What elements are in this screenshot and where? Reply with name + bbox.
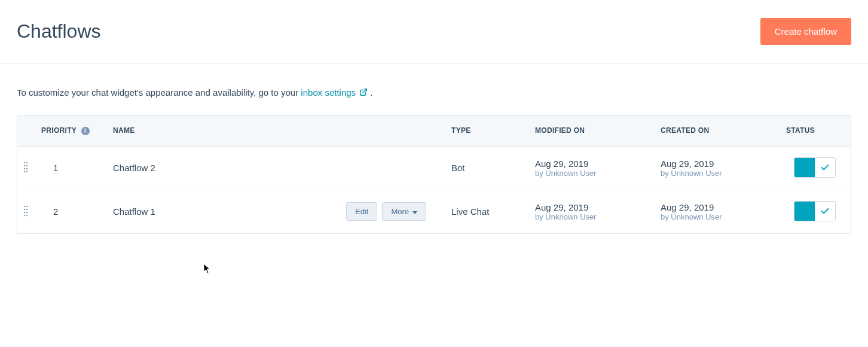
- modified-cell: Aug 29, 2019by Unknown User: [528, 190, 653, 233]
- col-header-actions: [337, 115, 444, 147]
- chatflows-table: PRIORITY i NAME TYPE MODIFIED ON CREATED…: [17, 115, 851, 234]
- type-cell: Live Chat: [444, 190, 528, 233]
- col-header-handle: [17, 115, 34, 147]
- svg-point-13: [24, 212, 25, 213]
- svg-point-6: [26, 168, 27, 169]
- col-header-priority: PRIORITY i: [34, 115, 106, 147]
- page-header: Chatflows Create chatflow: [0, 0, 868, 63]
- modified-date: Aug 29, 2019: [535, 159, 646, 169]
- col-header-name: NAME: [106, 115, 337, 147]
- drag-handle-icon[interactable]: [23, 165, 28, 175]
- svg-point-10: [26, 206, 27, 207]
- drag-handle-cell: [17, 190, 34, 233]
- customize-hint: To customize your chat widget's appearan…: [17, 87, 851, 98]
- info-icon[interactable]: i: [81, 127, 90, 135]
- hint-prefix: To customize your chat widget's appearan…: [17, 87, 301, 98]
- svg-point-14: [26, 212, 27, 213]
- more-button-label: More: [391, 207, 409, 216]
- status-cell: [779, 190, 851, 233]
- inbox-settings-link-text: inbox settings: [301, 87, 356, 98]
- created-by: by Unknown User: [661, 212, 772, 221]
- toggle-off-half: [815, 202, 835, 221]
- svg-point-1: [24, 162, 25, 163]
- inbox-settings-link[interactable]: inbox settings: [301, 87, 370, 98]
- svg-point-11: [24, 209, 25, 210]
- col-header-type: TYPE: [444, 115, 528, 147]
- svg-point-12: [26, 209, 27, 210]
- page-title: Chatflows: [17, 20, 101, 42]
- edit-button[interactable]: Edit: [346, 202, 377, 221]
- checkmark-icon: [820, 206, 830, 216]
- svg-point-4: [26, 165, 27, 166]
- status-toggle[interactable]: [794, 201, 836, 221]
- table-header-row: PRIORITY i NAME TYPE MODIFIED ON CREATED…: [17, 115, 851, 147]
- more-button[interactable]: More: [382, 202, 426, 221]
- svg-point-8: [26, 171, 27, 172]
- external-link-icon: [359, 88, 368, 98]
- toggle-off-half: [815, 158, 835, 177]
- toggle-on-half: [794, 202, 815, 221]
- modified-date: Aug 29, 2019: [535, 202, 646, 212]
- priority-cell: 1: [34, 147, 106, 190]
- created-date: Aug 29, 2019: [661, 202, 772, 212]
- svg-point-16: [26, 215, 27, 216]
- name-cell[interactable]: Chatflow 1: [106, 190, 337, 233]
- modified-cell: Aug 29, 2019by Unknown User: [528, 147, 653, 190]
- created-by: by Unknown User: [661, 169, 772, 178]
- col-header-priority-label: PRIORITY: [41, 126, 77, 135]
- drag-handle-icon[interactable]: [23, 208, 28, 218]
- toggle-on-half: [794, 158, 815, 177]
- content-area: To customize your chat widget's appearan…: [0, 63, 868, 251]
- actions-cell: [337, 147, 444, 190]
- type-cell: Bot: [444, 147, 528, 190]
- svg-point-5: [24, 168, 25, 169]
- table-row: 2Chatflow 1EditMoreLive ChatAug 29, 2019…: [17, 190, 851, 233]
- svg-point-3: [24, 165, 25, 166]
- modified-by: by Unknown User: [535, 169, 646, 178]
- actions-cell: EditMore: [337, 190, 444, 233]
- col-header-created: CREATED ON: [653, 115, 779, 147]
- status-cell: [779, 147, 851, 190]
- created-date: Aug 29, 2019: [661, 159, 772, 169]
- svg-point-2: [26, 162, 27, 163]
- name-cell[interactable]: Chatflow 2: [106, 147, 337, 190]
- table-row: 1Chatflow 2BotAug 29, 2019by Unknown Use…: [17, 147, 851, 190]
- hint-suffix: .: [370, 87, 372, 98]
- svg-line-0: [363, 89, 366, 93]
- svg-point-9: [24, 206, 25, 207]
- col-header-modified: MODIFIED ON: [528, 115, 653, 147]
- create-chatflow-button[interactable]: Create chatflow: [760, 18, 851, 45]
- svg-point-15: [24, 215, 25, 216]
- checkmark-icon: [820, 163, 830, 172]
- created-cell: Aug 29, 2019by Unknown User: [653, 147, 779, 190]
- svg-point-7: [24, 171, 25, 172]
- drag-handle-cell: [17, 147, 34, 190]
- status-toggle[interactable]: [794, 157, 836, 178]
- priority-cell: 2: [34, 190, 106, 233]
- col-header-status: STATUS: [779, 115, 851, 147]
- caret-down-icon: [412, 207, 417, 216]
- created-cell: Aug 29, 2019by Unknown User: [653, 190, 779, 233]
- modified-by: by Unknown User: [535, 212, 646, 221]
